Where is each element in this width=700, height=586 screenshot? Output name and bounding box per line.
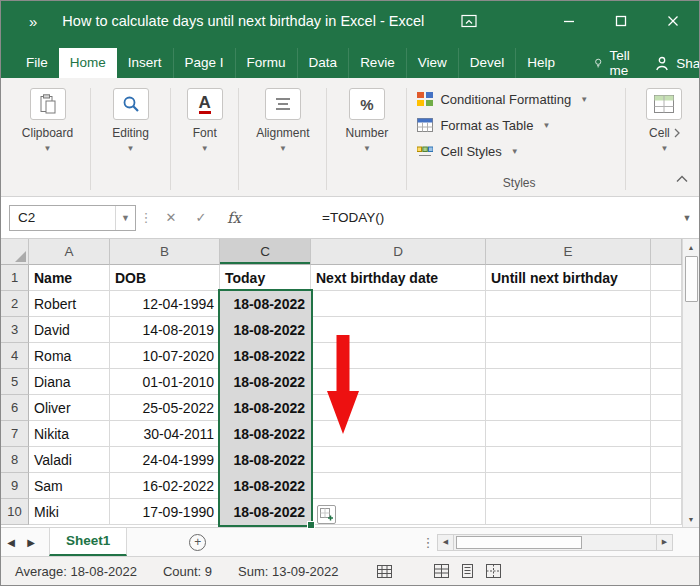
scroll-right-button[interactable]: ▶: [656, 534, 673, 551]
editing-group-button[interactable]: Editing ▼: [95, 86, 166, 192]
minimize-button[interactable]: [543, 1, 595, 41]
page-break-preview-button[interactable]: [486, 564, 501, 581]
clipboard-group-button[interactable]: Clipboard ▼: [9, 86, 86, 192]
conditional-formatting-button[interactable]: Conditional Formatting ▼: [417, 86, 620, 112]
column-header-b[interactable]: B: [110, 239, 220, 265]
scroll-down-button[interactable]: ▼: [683, 511, 700, 527]
column-header-c[interactable]: C: [220, 239, 311, 265]
cell-d10[interactable]: [311, 499, 486, 525]
vertical-scrollbar[interactable]: ▲ ▼: [682, 239, 699, 527]
row-header-6[interactable]: 6: [1, 395, 29, 421]
maximize-button[interactable]: [595, 1, 647, 41]
cell-b1[interactable]: DOB: [110, 265, 220, 291]
tab-developer[interactable]: Devel: [458, 48, 516, 78]
tab-page-layout[interactable]: Page I: [173, 48, 235, 78]
grid-view-icon[interactable]: [377, 565, 392, 581]
cell-b6[interactable]: 25-05-2022: [110, 395, 220, 421]
cell-a9[interactable]: Sam: [29, 473, 110, 499]
ribbon-display-options-button[interactable]: [452, 1, 486, 41]
column-header-e[interactable]: E: [486, 239, 651, 265]
cell-e7[interactable]: [486, 421, 651, 447]
normal-view-button[interactable]: [434, 564, 449, 581]
share-button[interactable]: Share: [645, 48, 700, 78]
cell-c5[interactable]: 18-08-2022: [220, 369, 311, 395]
font-group-button[interactable]: A Font ▼: [175, 86, 234, 192]
horizontal-scrollbar[interactable]: [454, 534, 656, 551]
column-header-a[interactable]: A: [29, 239, 110, 265]
tab-insert[interactable]: Insert: [117, 48, 173, 78]
previous-sheet-button[interactable]: ◀: [1, 537, 21, 548]
scroll-left-button[interactable]: ◀: [437, 534, 454, 551]
row-header-1[interactable]: 1: [1, 265, 29, 291]
cell-styles-button[interactable]: Cell Styles ▼: [417, 138, 620, 164]
cell-b3[interactable]: 14-08-2019: [110, 317, 220, 343]
formula-bar-grip[interactable]: ⋮: [136, 210, 156, 225]
cell-a10[interactable]: Miki: [29, 499, 110, 525]
row-header-4[interactable]: 4: [1, 343, 29, 369]
cell-b10[interactable]: 17-09-1990: [110, 499, 220, 525]
tab-home[interactable]: Home: [59, 48, 117, 78]
vertical-scrollbar-thumb[interactable]: [685, 256, 698, 302]
tab-review[interactable]: Revie: [348, 48, 406, 78]
row-header-5[interactable]: 5: [1, 369, 29, 395]
select-all-corner[interactable]: [1, 239, 29, 265]
cell-c1[interactable]: Today: [220, 265, 311, 291]
sheet-tab-sheet1[interactable]: Sheet1: [49, 528, 127, 556]
cell-a4[interactable]: Roma: [29, 343, 110, 369]
tab-help[interactable]: Help: [515, 48, 566, 78]
cancel-formula-button[interactable]: ✕: [156, 210, 186, 225]
tab-splitter-grip[interactable]: ⋮: [419, 535, 437, 550]
cell-b8[interactable]: 24-04-1999: [110, 447, 220, 473]
cell-e1[interactable]: Untill next birthday: [486, 265, 651, 291]
cell-e5[interactable]: [486, 369, 651, 395]
cell-d9[interactable]: [311, 473, 486, 499]
column-header-d[interactable]: D: [311, 239, 486, 265]
autofill-options-button[interactable]: [317, 505, 336, 524]
cell-a8[interactable]: Valadi: [29, 447, 110, 473]
row-header-2[interactable]: 2: [1, 291, 29, 317]
tell-me-button[interactable]: Tell me: [584, 48, 645, 78]
tab-view[interactable]: View: [406, 48, 458, 78]
cell-e3[interactable]: [486, 317, 651, 343]
collapse-ribbon-button[interactable]: [675, 170, 689, 188]
cell-d8[interactable]: [311, 447, 486, 473]
number-group-button[interactable]: % Number ▼: [331, 86, 402, 192]
cell-a2[interactable]: Robert: [29, 291, 110, 317]
tab-file[interactable]: File: [15, 48, 59, 78]
row-header-10[interactable]: 10: [1, 499, 29, 525]
cell-a5[interactable]: Diana: [29, 369, 110, 395]
cell-c8[interactable]: 18-08-2022: [220, 447, 311, 473]
cell-d2[interactable]: [311, 291, 486, 317]
close-button[interactable]: [647, 1, 699, 41]
quick-access-toolbar-icon[interactable]: »: [29, 13, 36, 30]
cell-e6[interactable]: [486, 395, 651, 421]
cell-b7[interactable]: 30-04-2011: [110, 421, 220, 447]
row-header-8[interactable]: 8: [1, 447, 29, 473]
cell-e4[interactable]: [486, 343, 651, 369]
expand-formula-bar-button[interactable]: ▼: [675, 213, 699, 223]
cell-e8[interactable]: [486, 447, 651, 473]
formula-input[interactable]: =TODAY(): [252, 205, 675, 231]
scroll-up-button[interactable]: ▲: [683, 239, 700, 255]
chevron-down-icon[interactable]: ▼: [115, 206, 135, 230]
cell-d1[interactable]: Next birthday date: [311, 265, 486, 291]
tab-data[interactable]: Data: [297, 48, 349, 78]
row-header-9[interactable]: 9: [1, 473, 29, 499]
cell-e10[interactable]: [486, 499, 651, 525]
horizontal-scrollbar-thumb[interactable]: [456, 536, 582, 549]
format-as-table-button[interactable]: Format as Table ▼: [417, 112, 620, 138]
insert-function-button[interactable]: fx: [216, 209, 252, 227]
name-box[interactable]: C2 ▼: [9, 205, 136, 231]
cell-b9[interactable]: 16-02-2022: [110, 473, 220, 499]
cell-a3[interactable]: David: [29, 317, 110, 343]
alignment-group-button[interactable]: Alignment ▼: [243, 86, 322, 192]
cell-a7[interactable]: Nikita: [29, 421, 110, 447]
cell-c4[interactable]: 18-08-2022: [220, 343, 311, 369]
tab-formulas[interactable]: Formu: [235, 48, 297, 78]
cell-c6[interactable]: 18-08-2022: [220, 395, 311, 421]
next-sheet-button[interactable]: ▶: [21, 537, 41, 548]
cell-a1[interactable]: Name: [29, 265, 110, 291]
row-header-7[interactable]: 7: [1, 421, 29, 447]
cell-b4[interactable]: 10-07-2020: [110, 343, 220, 369]
cell-c3[interactable]: 18-08-2022: [220, 317, 311, 343]
